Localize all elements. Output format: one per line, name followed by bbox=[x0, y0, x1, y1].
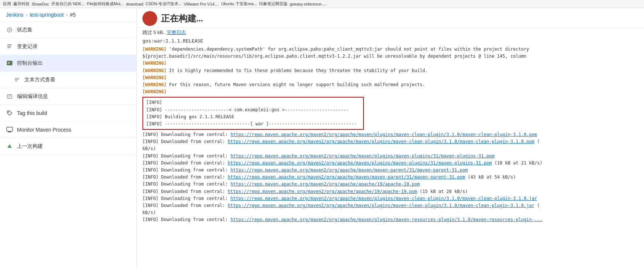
bookmark-ndk[interactable]: 开发自己的 NDK... bbox=[51, 1, 85, 7]
svg-point-15 bbox=[8, 112, 9, 113]
gos-version: gos:war:2.1.1.RELEASE bbox=[142, 38, 203, 44]
log-link-dl1[interactable]: https://repo.maven.apache.org/maven2/org… bbox=[230, 132, 537, 137]
bookmark-yinxiang[interactable]: 印象笔记网页版 bbox=[259, 1, 287, 7]
log-line-warn1: [WARNING] 'dependencies.dependency.syste… bbox=[142, 46, 638, 53]
sidebar: Jenkins › test-springboot › #5 状态集 bbox=[0, 8, 137, 268]
jenkins-logo bbox=[142, 11, 157, 26]
breadcrumb-sep1: › bbox=[25, 12, 27, 18]
bookmark-showdoc[interactable]: ShowDoc bbox=[32, 2, 49, 6]
svg-rect-11 bbox=[15, 81, 17, 81]
log-line-warn6: [WARNING] For this reason, future Maven … bbox=[142, 81, 638, 88]
log-line-dl2: [INFO] Downloaded from central: https://… bbox=[142, 138, 638, 145]
log-line-warn5: [WARNING] bbox=[142, 74, 638, 81]
sidebar-item-tag-label: Tag this build bbox=[17, 110, 47, 116]
svg-rect-6 bbox=[7, 61, 12, 65]
tag-icon bbox=[6, 109, 13, 117]
skip-text: 跳过 5 kB.. bbox=[142, 30, 166, 35]
bookmark-goeasy[interactable]: goeasy-reference-... bbox=[290, 2, 326, 6]
log-link-dl10[interactable]: https://repo.maven.apache.org/maven2/org… bbox=[228, 203, 534, 208]
svg-point-1 bbox=[9, 29, 10, 31]
svg-rect-8 bbox=[8, 63, 9, 64]
bookmark-xindao[interactable]: 鑫导科技 bbox=[13, 1, 30, 7]
sidebar-item-console-label: 控制台输出 bbox=[17, 60, 43, 67]
log-link-dl2[interactable]: https://repo.maven.apache.org/maven2/org… bbox=[228, 139, 534, 144]
log-line-dl6: [INFO] Downloaded from central: https://… bbox=[142, 174, 638, 181]
changes-icon bbox=[6, 43, 13, 50]
log-box-line2: [INFO] ------------------------< com.exa… bbox=[146, 106, 360, 113]
log-line-dl3: [INFO] Downloading from central: https:/… bbox=[142, 153, 638, 160]
log-box-line4: [INFO] --------------------------------[… bbox=[146, 121, 360, 128]
bookmark-vmware[interactable]: VMware Pro V14.... bbox=[184, 2, 219, 6]
editinfo-icon bbox=[6, 93, 13, 100]
breadcrumb-project[interactable]: test-springboot bbox=[30, 12, 64, 18]
sidebar-item-editinfo-label: 编辑编译信息 bbox=[17, 93, 48, 100]
log-link-dl5[interactable]: https://repo.maven.apache.org/maven2/org… bbox=[230, 167, 468, 173]
svg-rect-9 bbox=[15, 78, 19, 79]
log-line-dl5: [INFO] Downloading from central: https:/… bbox=[142, 167, 638, 174]
log-line-dl11: [INFO] Downloading from central: https:/… bbox=[142, 216, 638, 223]
log-line-dl4: [INFO] Downloaded from central: https://… bbox=[142, 160, 638, 167]
log-link-dl11[interactable]: https://repo.maven.apache.org/maven2/org… bbox=[230, 217, 542, 222]
log-line-dl9: [INFO] Downloading from central: https:/… bbox=[142, 195, 638, 202]
log-line-kbs1: kB/s) bbox=[142, 145, 638, 152]
log-line-dl7: [INFO] Downloading from central: https:/… bbox=[142, 181, 638, 188]
log-link-dl4[interactable]: https://repo.maven.apache.org/maven2/org… bbox=[228, 160, 492, 166]
bookmark-csdn[interactable]: CSDN-专业IT技术... bbox=[145, 1, 182, 7]
page-title: 正在构建... bbox=[161, 13, 203, 24]
monitor-icon bbox=[6, 126, 13, 133]
log-box-line1: [INFO] bbox=[146, 99, 360, 106]
log-link-dl6[interactable]: https://repo.maven.apache.org/maven2/org… bbox=[228, 174, 465, 180]
sidebar-item-changes-label: 变更记录 bbox=[17, 43, 38, 50]
full-log-link[interactable]: 完整日志 bbox=[167, 30, 186, 35]
svg-rect-16 bbox=[7, 127, 13, 131]
bookmark-apps[interactable]: 应用 bbox=[3, 1, 11, 7]
log-line-warn7: [WARNING] bbox=[142, 88, 638, 95]
breadcrumb-jenkins[interactable]: Jenkins bbox=[6, 12, 23, 18]
breadcrumb: Jenkins › test-springboot › #5 bbox=[0, 8, 136, 22]
breadcrumb-build: #5 bbox=[70, 12, 76, 18]
svg-marker-19 bbox=[7, 144, 12, 148]
log-link-dl7[interactable]: https://repo.maven.apache.org/maven2/org… bbox=[230, 182, 420, 187]
log-line-warn4: [WARNING] It is highly recommended to fi… bbox=[142, 67, 638, 74]
sidebar-item-textview-label: 文本方式查看 bbox=[24, 77, 55, 83]
sidebar-item-status-label: 状态集 bbox=[17, 27, 32, 33]
sidebar-item-status[interactable]: 状态集 bbox=[0, 22, 136, 38]
log-box-line3: [INFO] Building gos 2.1.1.RELEASE bbox=[146, 113, 360, 121]
log-line-dl1: [INFO] Downloading from central: https:/… bbox=[142, 131, 638, 138]
sidebar-item-editinfo[interactable]: 编辑编译信息 bbox=[0, 88, 136, 105]
prev-icon bbox=[6, 143, 13, 150]
log-box: [INFO] [INFO] ------------------------< … bbox=[142, 97, 364, 130]
log-line-warn3: [WARNING] bbox=[142, 60, 638, 67]
log-line-warn2: ${project.basedir}/src/main/resources/li… bbox=[142, 53, 638, 60]
bookmark-file[interactable]: File如何转换成Mul... bbox=[87, 1, 124, 7]
textview-icon bbox=[13, 76, 21, 84]
log-link-dl9[interactable]: https://repo.maven.apache.org/maven2/org… bbox=[230, 196, 537, 201]
log-link-dl3[interactable]: https://repo.maven.apache.org/maven2/org… bbox=[230, 153, 494, 159]
svg-rect-12 bbox=[7, 95, 12, 98]
sidebar-item-console[interactable]: 控制台输出 bbox=[0, 55, 136, 72]
sidebar-item-monitor[interactable]: Monitor Maven Process bbox=[0, 122, 136, 138]
svg-rect-2 bbox=[7, 44, 12, 45]
log-line-dl8: [INFO] Downloaded from central: https://… bbox=[142, 188, 638, 195]
sidebar-item-monitor-label: Monitor Maven Process bbox=[17, 127, 71, 133]
svg-rect-3 bbox=[7, 46, 11, 47]
log-container: [WARNING] 'dependencies.dependency.syste… bbox=[137, 44, 644, 225]
svg-rect-7 bbox=[8, 62, 10, 63]
sidebar-item-changes[interactable]: 变更记录 bbox=[0, 38, 136, 55]
sidebar-item-tag[interactable]: Tag this build bbox=[0, 105, 136, 122]
main-content: 正在构建... 跳过 5 kB.. 完整日志 gos:war:2.1.1.REL… bbox=[137, 8, 644, 268]
console-icon bbox=[6, 60, 13, 67]
sidebar-item-prev[interactable]: 上一次构建 bbox=[0, 138, 136, 155]
bookmark-download[interactable]: download bbox=[126, 2, 143, 6]
bookmark-ubuntu[interactable]: Ubuntu 下安装rea... bbox=[221, 1, 257, 7]
gos-version-line: gos:war:2.1.1.RELEASE bbox=[137, 37, 644, 44]
status-icon bbox=[6, 26, 13, 34]
svg-rect-4 bbox=[7, 47, 10, 48]
log-link-dl8[interactable]: https://repo.maven.apache.org/maven2/org… bbox=[228, 189, 417, 194]
sidebar-item-prev-label: 上一次构建 bbox=[17, 143, 43, 150]
skip-line: 跳过 5 kB.. 完整日志 bbox=[137, 28, 644, 37]
sidebar-item-textview[interactable]: 文本方式查看 bbox=[0, 72, 136, 88]
log-line-kbs2: kB/s) bbox=[142, 209, 638, 216]
breadcrumb-sep2: › bbox=[66, 12, 68, 18]
log-line-dl10: [INFO] Downloaded from central: https://… bbox=[142, 202, 638, 209]
